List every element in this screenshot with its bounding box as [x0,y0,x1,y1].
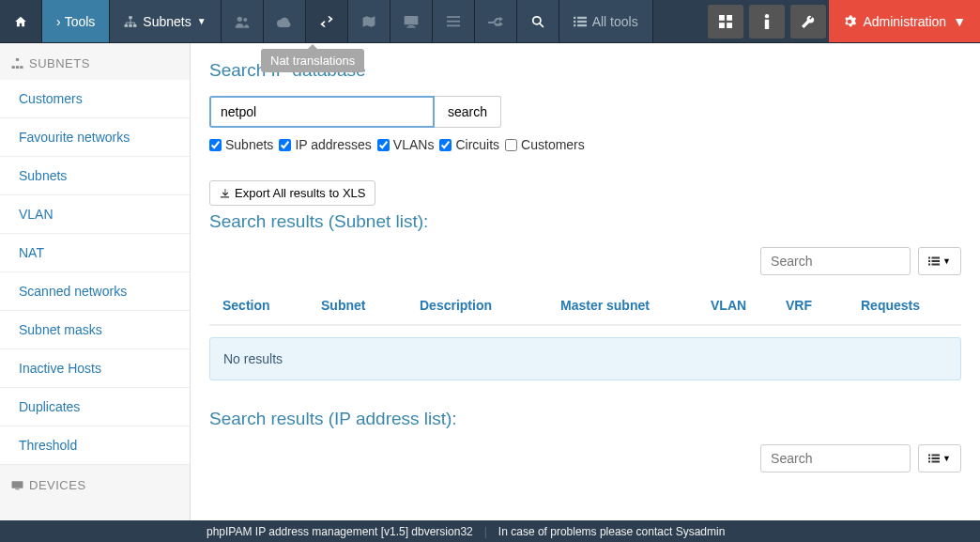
sidebar-section-devices: DEVICES [0,465,190,502]
nav-grid-button[interactable] [708,5,743,39]
nav-subnets[interactable]: Subnets▼ [110,0,221,42]
nav-devices[interactable] [390,0,433,42]
col-description[interactable]: Description [420,298,560,313]
svg-rect-27 [16,66,19,69]
svg-rect-18 [577,23,587,25]
nav-vrf[interactable] [264,0,306,42]
sidebar-item-subnets[interactable]: Subnets [0,157,190,195]
svg-rect-42 [932,461,941,463]
list-icon [928,454,940,463]
search-icon [531,15,544,28]
sidebar-section-subnets: SUBNETS [0,43,190,80]
users-icon [235,15,250,28]
nav-home[interactable] [0,0,42,42]
svg-rect-8 [406,26,415,27]
export-button[interactable]: Export All results to XLS [209,180,375,206]
filter-vlans-checkbox[interactable] [377,139,390,151]
sidebar-item-threshold[interactable]: Threshold [0,426,190,465]
svg-rect-17 [574,23,575,25]
map-icon [362,15,375,28]
sidebar-item-favourite-networks[interactable]: Favourite networks [0,118,190,157]
home-icon [14,15,27,28]
footer-version: phpIPAM IP address management [v1.5] dbv… [207,525,473,538]
nav-tools[interactable]: ›Tools [42,0,110,42]
svg-rect-31 [928,257,930,259]
svg-rect-25 [16,58,19,61]
svg-rect-7 [408,25,413,26]
svg-rect-15 [574,20,575,22]
sidebar-item-nat[interactable]: NAT [0,234,190,272]
svg-rect-1 [125,23,129,26]
filter-subnets[interactable]: Subnets [209,137,273,152]
nav-all-tools[interactable]: All tools [559,0,653,42]
sidebar-item-duplicates[interactable]: Duplicates [0,388,190,426]
sidebar-item-vlan[interactable]: VLAN [0,195,190,234]
svg-rect-0 [130,16,133,19]
svg-rect-36 [932,264,941,266]
search-button[interactable]: search [435,96,501,128]
svg-rect-9 [447,16,460,18]
footer-contact: In case of problems please contact Sysad… [498,525,725,538]
svg-point-4 [237,16,241,21]
cloud-icon [277,15,292,28]
nav-info-button[interactable] [749,5,785,39]
subnet-filter-input[interactable] [760,247,911,275]
nav-administration[interactable]: Administration▼ [829,0,980,42]
svg-rect-32 [932,257,941,259]
svg-point-23 [765,14,769,18]
col-vlan[interactable]: VLAN [711,298,786,313]
nav-nat[interactable] [306,0,348,42]
search-input[interactable] [209,96,435,128]
ip-filter-input[interactable] [760,444,911,472]
sidebar-item-scanned-networks[interactable]: Scanned networks [0,272,190,311]
nav-customers[interactable] [222,0,264,42]
svg-rect-3 [133,23,137,26]
sidebar-item-customers[interactable]: Customers [0,80,190,118]
svg-rect-29 [12,481,23,488]
nav-locations[interactable] [348,0,390,42]
info-icon [764,14,770,29]
sidebar: SUBNETS Customers Favourite networks Sub… [0,43,191,520]
col-subnet[interactable]: Subnet [321,298,420,313]
svg-rect-24 [765,20,769,29]
filter-subnets-checkbox[interactable] [209,139,222,151]
col-master-subnet[interactable]: Master subnet [560,298,711,313]
filter-circuits[interactable]: Circuits [439,137,499,152]
svg-rect-13 [574,16,575,18]
col-requests[interactable]: Requests [861,298,948,313]
results-ip-title: Search results (IP address list): [209,409,961,429]
svg-rect-26 [12,66,15,69]
svg-rect-6 [404,16,418,24]
filter-customers[interactable]: Customers [505,137,585,152]
exchange-icon [319,15,334,28]
search-filters: Subnets IP addresses VLANs Circuits Cust… [209,137,961,152]
nav-list[interactable] [433,0,475,42]
sidebar-item-subnet-masks[interactable]: Subnet masks [0,311,190,349]
nav-search[interactable] [517,0,559,42]
svg-rect-20 [727,15,733,21]
footer: phpIPAM IP address management [v1.5] dbv… [0,520,980,542]
filter-vlans[interactable]: VLANs [377,137,435,152]
filter-ip-addresses[interactable]: IP addresses [279,137,371,152]
sidebar-item-inactive-hosts[interactable]: Inactive Hosts [0,349,190,388]
filter-circuits-checkbox[interactable] [439,139,452,151]
filter-ip-checkbox[interactable] [279,139,291,151]
results-subnet-title: Search results (Subnet list): [209,211,961,232]
svg-rect-16 [577,20,587,22]
svg-rect-14 [577,16,587,18]
nav-wrench-button[interactable] [790,5,826,39]
svg-point-12 [532,16,540,23]
svg-rect-21 [719,23,725,28]
tooltip-nat-translations: Nat translations [261,49,364,72]
svg-rect-10 [447,20,460,22]
subnet-columns-button[interactable]: ▼ [918,247,961,275]
col-section[interactable]: Section [222,298,321,313]
filter-customers-checkbox[interactable] [505,139,517,151]
svg-rect-2 [130,23,133,26]
ip-columns-button[interactable]: ▼ [918,444,961,472]
no-results-message: No results [209,337,961,380]
col-vrf[interactable]: VRF [786,298,861,313]
desktop-icon [404,15,419,28]
main-content: Search IP database search Subnets IP add… [191,43,980,520]
nav-random[interactable] [475,0,517,42]
